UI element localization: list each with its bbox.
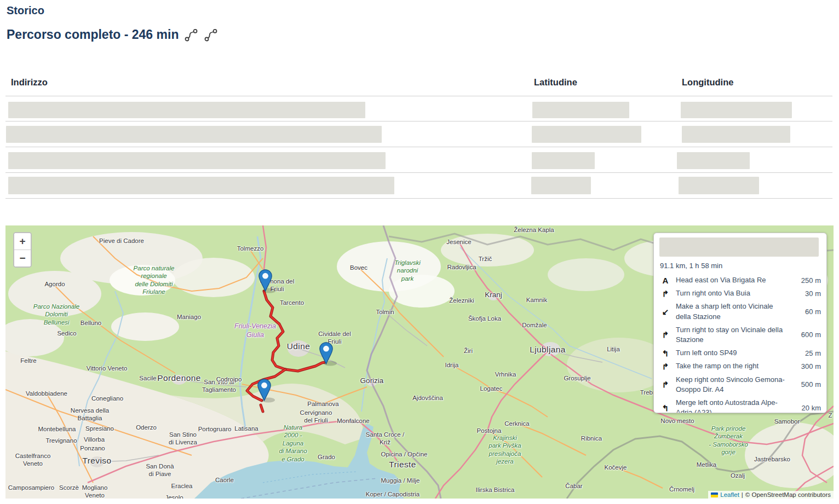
map-label: Castelfranco Veneto bbox=[15, 452, 51, 468]
directions-list: AHead east on Via Brigata Re250 m↱Turn r… bbox=[659, 274, 821, 413]
map-label: Muggia / Milje bbox=[381, 477, 420, 484]
map-label: Vittorio Veneto bbox=[87, 364, 128, 372]
page-subtitle: Percorso completo - 246 min bbox=[7, 27, 218, 42]
map-label: Čabar bbox=[565, 482, 582, 490]
subtitle-text: Percorso completo - 246 min bbox=[7, 27, 179, 42]
map-label: Scorzè bbox=[59, 484, 79, 491]
route-icon[interactable] bbox=[204, 28, 218, 42]
map-label: Monfalcone bbox=[337, 417, 369, 425]
map-label: Sacile bbox=[139, 374, 156, 382]
map-label: Kranj bbox=[485, 291, 502, 300]
table-divider bbox=[5, 96, 832, 96]
map-label: Maniago bbox=[177, 313, 201, 321]
direction-distance: 60 m bbox=[792, 308, 821, 316]
right-maneuver-icon: ↱ bbox=[659, 362, 671, 370]
map-label: Ljubljana bbox=[530, 344, 566, 355]
map-label: Tržič bbox=[479, 255, 492, 263]
route-icon[interactable] bbox=[184, 28, 198, 42]
left-maneuver-icon: ↰ bbox=[659, 404, 671, 412]
map-label: Kamnik bbox=[526, 296, 547, 304]
map-label: Conegliano bbox=[91, 395, 123, 402]
map-label: Ponzano bbox=[80, 444, 105, 452]
latitude-placeholder bbox=[532, 102, 629, 118]
map-label: Logatec bbox=[480, 385, 503, 392]
zoom-in-button[interactable]: + bbox=[14, 233, 31, 250]
map-label: Eraclea bbox=[171, 482, 193, 490]
map-label: Tarcento bbox=[280, 299, 304, 306]
route-title-placeholder bbox=[659, 237, 819, 257]
zoom-control: + − bbox=[13, 232, 32, 268]
right-maneuver-icon: ↱ bbox=[659, 331, 671, 339]
map-label: Nervesa della Battaglia bbox=[71, 407, 109, 422]
map-label: Ilirska Bistrica bbox=[476, 486, 515, 494]
zoom-out-button[interactable]: − bbox=[14, 250, 31, 267]
map-label: Feltre bbox=[20, 357, 36, 364]
direction-row[interactable]: ↰Turn left onto SP4925 m bbox=[659, 346, 821, 360]
right-maneuver-icon: ↱ bbox=[659, 289, 671, 298]
map-label: Trevignano bbox=[45, 437, 77, 444]
marker-codroipo[interactable] bbox=[256, 379, 270, 401]
map-label: Postojna bbox=[477, 427, 502, 435]
direction-distance: 300 m bbox=[792, 362, 821, 370]
map-label: Pieve di Cadore bbox=[99, 237, 144, 245]
latitude-placeholder bbox=[531, 177, 591, 194]
map-label: Jesolo bbox=[165, 494, 183, 499]
direction-text: Turn right onto Via Buia bbox=[676, 288, 788, 298]
table-divider bbox=[5, 172, 832, 173]
direction-row[interactable]: ↙Make a sharp left onto Vicinale della S… bbox=[659, 300, 821, 323]
depart-maneuver-icon: A bbox=[659, 276, 671, 285]
longitude-placeholder bbox=[682, 126, 790, 143]
direction-distance: 600 m bbox=[792, 331, 821, 339]
direction-row[interactable]: ↱Turn right onto Via Buia30 m bbox=[659, 287, 821, 300]
direction-row[interactable]: ↱Turn right to stay on Vicinale della St… bbox=[659, 323, 821, 346]
marker-cividale[interactable] bbox=[318, 342, 332, 364]
map-label: Bovec bbox=[350, 264, 367, 271]
map-label: Codroipo bbox=[216, 375, 242, 383]
map-label: Ribnica bbox=[581, 435, 602, 442]
longitude-placeholder bbox=[677, 152, 750, 169]
map-label: San Stino di Livenza bbox=[169, 431, 197, 447]
map-label: Montebelluna bbox=[38, 425, 76, 433]
leaflet-map[interactable]: Pieve di CadoreTolmezzoŽelezna KaplaJese… bbox=[5, 225, 834, 499]
direction-text: Keep right onto Svincolo Gemona-Osoppo D… bbox=[676, 375, 788, 395]
map-attribution: Leaflet | © OpenStreetMap contributors bbox=[708, 491, 834, 499]
latitude-placeholder bbox=[532, 126, 641, 143]
map-label: Z bbox=[828, 412, 832, 419]
sharp-left-maneuver-icon: ↙ bbox=[659, 308, 671, 316]
map-label: Villorba bbox=[84, 436, 105, 443]
map-label: Gorizia bbox=[360, 376, 384, 386]
map-label: Spresiano bbox=[85, 425, 114, 432]
map-label: Tolmezzo bbox=[237, 245, 264, 252]
direction-row[interactable]: ↱Take the ramp on the right300 m bbox=[659, 360, 821, 373]
ukraine-flag-icon bbox=[711, 493, 718, 497]
map-label: San Vito al Tagliamento bbox=[202, 378, 236, 394]
map-label: Treviso bbox=[82, 455, 111, 466]
map-label: Domžale bbox=[522, 321, 547, 329]
map-label: Parco Nazionale Dolomiti Bellunesi bbox=[33, 303, 79, 326]
map-label: Črnomelj bbox=[669, 485, 694, 493]
leaflet-link[interactable]: Leaflet bbox=[720, 491, 739, 498]
table-divider bbox=[5, 121, 832, 121]
direction-row[interactable]: ↱Keep right onto Svincolo Gemona-Osoppo … bbox=[659, 373, 821, 396]
map-label: Tolmin bbox=[376, 308, 394, 316]
osm-attribution[interactable]: © OpenStreetMap contributors bbox=[745, 491, 831, 498]
longitude-placeholder bbox=[681, 102, 792, 118]
route-summary: 91.1 km, 1 h 58 min bbox=[660, 262, 821, 270]
map-label: Krajinski park Pivška presihajoča jezera bbox=[489, 434, 521, 466]
column-header: Indirizzo bbox=[11, 77, 48, 88]
map-label: Agordo bbox=[44, 280, 65, 288]
map-label: Železna Kapla bbox=[514, 226, 554, 234]
direction-row[interactable]: ↰Merge left onto Autostrada Alpe-Adria (… bbox=[659, 396, 821, 413]
address-placeholder bbox=[8, 102, 365, 118]
column-header: Latitudine bbox=[534, 77, 577, 88]
marker-gemona[interactable] bbox=[257, 269, 271, 292]
longitude-placeholder bbox=[679, 177, 759, 194]
direction-distance: 30 m bbox=[792, 289, 821, 298]
map-label: Koper / Capodistria bbox=[366, 490, 420, 498]
table-divider bbox=[5, 147, 832, 147]
direction-row[interactable]: AHead east on Via Brigata Re250 m bbox=[659, 274, 821, 287]
map-label: Palmanova bbox=[307, 400, 339, 408]
map-label: Litija bbox=[607, 345, 620, 353]
map-label: Jesenice bbox=[446, 238, 471, 246]
direction-distance: 500 m bbox=[792, 380, 821, 389]
